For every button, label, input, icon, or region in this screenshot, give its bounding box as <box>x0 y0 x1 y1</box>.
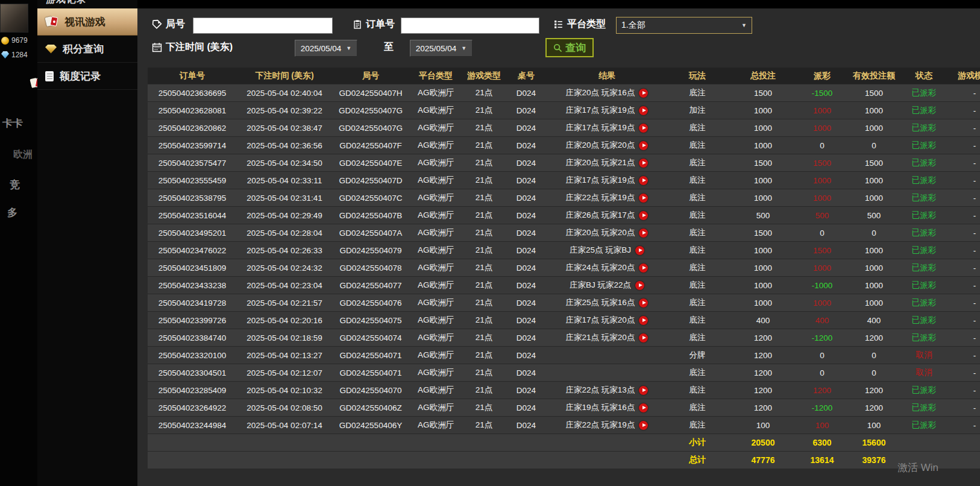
cell-bet: 100 <box>727 417 799 434</box>
cell-platform: AG欧洲厅 <box>409 364 462 381</box>
table-row: 2505040235160442025-05-04 02:29:49GD0242… <box>148 206 980 224</box>
cell-method: 加注 <box>667 102 727 119</box>
cell-platform: AG欧洲厅 <box>409 137 462 154</box>
table-row: 2505040233045012025-05-04 02:12:07GD0242… <box>148 364 980 381</box>
cell-round: GD02425504078 <box>332 259 409 276</box>
table-row: 2505040235554592025-05-04 02:33:11GD0242… <box>148 171 980 189</box>
table-row: 2505040232649222025-05-04 02:08:50GD0242… <box>148 399 980 416</box>
table-row: 2505040232854092025-05-04 02:10:32GD0242… <box>148 381 980 399</box>
cell-game: 21点 <box>462 102 506 119</box>
screen: 9679 1284 卡卡 欧洲 竞 多 游戏记录 视讯游戏 积分查询 <box>0 0 980 486</box>
cell-method: 底注 <box>667 259 727 276</box>
cell-bet: 400 <box>727 312 799 329</box>
cell-game: 21点 <box>462 382 506 399</box>
cell-time: 2025-05-04 02:13:27 <box>237 347 332 364</box>
cell-method: 分牌 <box>667 347 727 364</box>
cell-status: 已派彩 <box>902 294 946 311</box>
subtotal-row-order <box>148 434 237 451</box>
replay-video-icon[interactable] <box>639 141 648 150</box>
replay-video-icon[interactable] <box>639 386 648 395</box>
cell-status: 已派彩 <box>902 242 946 259</box>
date-to-picker[interactable]: 2025/05/04▼ <box>410 40 473 57</box>
cell-payout: 0 <box>799 364 846 381</box>
cell-platform: AG欧洲厅 <box>409 259 462 276</box>
total-row-bet: 47776 <box>727 452 799 469</box>
cell-table_no: D024 <box>506 399 547 416</box>
cell-valid: 1200 <box>846 382 902 399</box>
cell-bet: 1000 <box>727 259 799 276</box>
cell-mode: - <box>946 417 980 434</box>
cell-table_no: D024 <box>506 172 547 189</box>
cell-status: 已派彩 <box>902 277 946 294</box>
replay-video-icon[interactable] <box>639 211 648 220</box>
round-no-input[interactable] <box>193 17 333 34</box>
replay-video-icon[interactable] <box>639 176 648 185</box>
cell-order: 250504023419728 <box>148 294 237 311</box>
replay-video-icon[interactable] <box>639 194 648 203</box>
replay-video-icon[interactable] <box>639 106 648 115</box>
cell-mode: - <box>946 382 980 399</box>
replay-video-icon[interactable] <box>639 229 648 238</box>
replay-video-icon[interactable] <box>639 421 648 430</box>
cell-bet: 500 <box>727 207 799 224</box>
replay-video-icon[interactable] <box>639 403 648 412</box>
cell-order: 250504023575477 <box>148 154 237 171</box>
replay-video-icon[interactable] <box>639 333 648 342</box>
cell-bet: 1500 <box>727 154 799 171</box>
cell-order: 250504023384740 <box>148 329 237 346</box>
date-from-picker[interactable]: 2025/05/04▼ <box>295 40 357 57</box>
replay-video-icon[interactable] <box>639 264 648 273</box>
cell-bet: 1000 <box>727 277 799 294</box>
cell-method: 底注 <box>667 189 727 206</box>
cell-order: 250504023628081 <box>148 102 237 119</box>
subtotal-row-platform <box>409 434 462 451</box>
sidebar-menu: 视讯游戏 积分查询 额度记录 <box>37 8 137 90</box>
replay-video-icon[interactable] <box>639 159 648 168</box>
cell-round: GD02425504077 <box>332 277 409 294</box>
cell-time: 2025-05-04 02:39:22 <box>237 102 332 119</box>
replay-video-icon[interactable] <box>635 281 644 290</box>
replay-video-icon[interactable] <box>635 246 644 255</box>
cell-payout: 1000 <box>799 259 846 276</box>
total-row-table_no <box>506 452 547 469</box>
cell-table_no: D024 <box>506 382 547 399</box>
cell-status: 已派彩 <box>902 207 946 224</box>
cell-valid: 400 <box>846 312 902 329</box>
cell-mode: - <box>946 189 980 206</box>
cell-result: 庄家22点 玩家19点 <box>547 417 667 434</box>
chevron-down-icon: ▼ <box>741 22 747 28</box>
cell-platform: AG欧洲厅 <box>409 154 462 171</box>
cell-mode: - <box>946 242 980 259</box>
cell-status: 已派彩 <box>902 189 946 206</box>
replay-video-icon[interactable] <box>639 298 648 308</box>
cell-bet: 1000 <box>727 242 799 259</box>
cell-method: 底注 <box>667 172 727 189</box>
cell-bet: 1200 <box>727 364 799 381</box>
cell-platform: AG欧洲厅 <box>409 312 462 329</box>
cell-round: GD0242550407G <box>332 119 409 136</box>
order-no-label: 订单号 <box>353 18 395 31</box>
cell-valid: 1000 <box>846 294 902 311</box>
replay-video-icon[interactable] <box>639 124 648 133</box>
cell-round: GD0242550407E <box>332 154 409 171</box>
sidebar-item-quota-record[interactable]: 额度记录 <box>37 63 137 90</box>
cell-platform: AG欧洲厅 <box>409 119 462 136</box>
cell-mode: - <box>946 84 980 101</box>
cell-round: GD0242550407G <box>332 102 409 119</box>
search-button[interactable]: 查询 <box>545 38 594 57</box>
sidebar-item-points-query[interactable]: 积分查询 <box>37 36 137 63</box>
cell-status: 已派彩 <box>902 259 946 276</box>
cell-payout: -1500 <box>799 84 846 101</box>
replay-video-icon[interactable] <box>639 316 648 325</box>
cell-table_no: D024 <box>506 259 547 276</box>
round-no-label: 局号 <box>152 18 185 31</box>
cell-mode: - <box>946 207 980 224</box>
cell-round: GD0242550407D <box>332 172 409 189</box>
cell-payout: 400 <box>799 312 846 329</box>
sidebar-item-video-games[interactable]: 视讯游戏 <box>37 8 137 36</box>
replay-video-icon[interactable] <box>639 89 648 98</box>
gem-balance-value: 1284 <box>11 51 28 59</box>
cell-payout: 1000 <box>799 119 846 136</box>
platform-type-select[interactable]: 1.全部 ▼ <box>616 17 752 34</box>
order-no-input[interactable] <box>401 17 539 34</box>
